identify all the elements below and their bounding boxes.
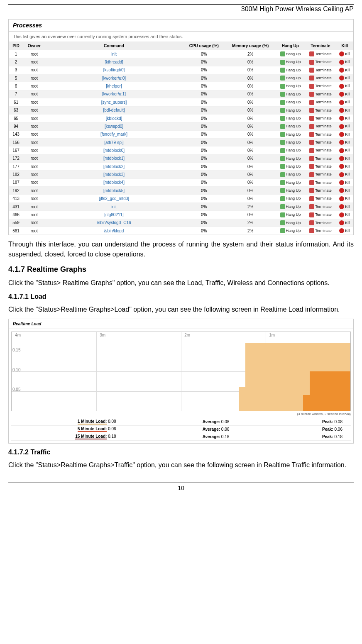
terminate-button[interactable]: Terminate: [305, 58, 336, 66]
kill-icon: [339, 228, 344, 233]
terminate-button[interactable]: Terminate: [305, 219, 336, 227]
hangup-button[interactable]: Hang Up: [276, 122, 305, 130]
table-row: 431rootinit0%2%Hang UpTerminateKill: [9, 202, 353, 210]
hangup-button[interactable]: Hang Up: [276, 82, 305, 90]
hangup-button[interactable]: Hang Up: [276, 74, 305, 82]
hangup-button[interactable]: Hang Up: [276, 171, 305, 178]
terminate-button[interactable]: Terminate: [305, 146, 336, 154]
hangup-button[interactable]: Hang Up: [276, 163, 305, 171]
hangup-icon: [280, 204, 285, 209]
kill-button[interactable]: Kill: [336, 146, 353, 154]
hangup-button[interactable]: Hang Up: [276, 154, 305, 162]
kill-button[interactable]: Kill: [336, 138, 353, 146]
hangup-button[interactable]: Hang Up: [276, 178, 305, 186]
hangup-button[interactable]: Hang Up: [276, 114, 305, 122]
kill-button[interactable]: Kill: [336, 90, 353, 98]
kill-button[interactable]: Kill: [336, 171, 353, 178]
kill-button[interactable]: Kill: [336, 50, 353, 58]
kill-button[interactable]: Kill: [336, 163, 353, 171]
hangup-button[interactable]: Hang Up: [276, 227, 305, 234]
terminate-button[interactable]: Terminate: [305, 154, 336, 162]
stat-5m-peak-key: Peak:: [322, 427, 333, 432]
terminate-button[interactable]: Terminate: [305, 138, 336, 146]
hangup-icon: [280, 100, 285, 105]
terminate-button[interactable]: Terminate: [305, 50, 336, 58]
cell-owner: root: [23, 146, 45, 154]
hangup-button[interactable]: Hang Up: [276, 50, 305, 58]
terminate-button[interactable]: Terminate: [305, 130, 336, 138]
cell-mem: 2%: [225, 219, 276, 227]
terminate-button[interactable]: Terminate: [305, 66, 336, 74]
terminate-button[interactable]: Terminate: [305, 171, 336, 178]
terminate-button[interactable]: Terminate: [305, 106, 336, 114]
terminate-button[interactable]: Terminate: [305, 74, 336, 82]
stat-5m-key: 5 Minute Load:: [78, 427, 107, 431]
kill-button[interactable]: Kill: [336, 82, 353, 90]
hangup-button[interactable]: Hang Up: [276, 138, 305, 146]
kill-button[interactable]: Kill: [336, 178, 353, 186]
cell-pid: 177: [9, 163, 23, 171]
terminate-button[interactable]: Terminate: [305, 195, 336, 202]
hangup-button[interactable]: Hang Up: [276, 98, 305, 106]
kill-button[interactable]: Kill: [336, 66, 353, 74]
hangup-button[interactable]: Hang Up: [276, 58, 305, 66]
kill-button[interactable]: Kill: [336, 98, 353, 106]
kill-icon: [339, 132, 344, 137]
kill-icon: [339, 172, 344, 177]
col-terminate: Terminate: [305, 42, 336, 50]
terminate-button[interactable]: Terminate: [305, 122, 336, 130]
stat-1m-key: 1 Minute Load:: [78, 419, 107, 424]
graph-xlabel: 3m: [100, 333, 105, 337]
hangup-button[interactable]: Hang Up: [276, 219, 305, 227]
cell-owner: root: [23, 82, 45, 90]
hangup-button[interactable]: Hang Up: [276, 211, 305, 219]
terminate-button[interactable]: Terminate: [305, 178, 336, 186]
terminate-icon: [309, 76, 314, 80]
cell-cpu: 0%: [183, 163, 225, 171]
hangup-button[interactable]: Hang Up: [276, 90, 305, 98]
cell-mem: 0%: [225, 138, 276, 146]
kill-button[interactable]: Kill: [336, 227, 353, 234]
cell-pid: 156: [9, 138, 23, 146]
hangup-button[interactable]: Hang Up: [276, 187, 305, 195]
terminate-button[interactable]: Terminate: [305, 163, 336, 171]
hangup-button[interactable]: Hang Up: [276, 195, 305, 202]
kill-button[interactable]: Kill: [336, 154, 353, 162]
kill-button[interactable]: Kill: [336, 130, 353, 138]
kill-button[interactable]: Kill: [336, 122, 353, 130]
kill-button[interactable]: Kill: [336, 58, 353, 66]
kill-button[interactable]: Kill: [336, 114, 353, 122]
terminate-button[interactable]: Terminate: [305, 82, 336, 90]
hangup-icon: [280, 132, 285, 137]
terminate-button[interactable]: Terminate: [305, 187, 336, 195]
cell-cpu: 0%: [183, 138, 225, 146]
hangup-button[interactable]: Hang Up: [276, 130, 305, 138]
kill-button[interactable]: Kill: [336, 187, 353, 195]
kill-button[interactable]: Kill: [336, 219, 353, 227]
paragraph-417: Click the "Status> Realtime Graphs" opti…: [8, 278, 354, 288]
terminate-button[interactable]: Terminate: [305, 98, 336, 106]
terminate-button[interactable]: Terminate: [305, 90, 336, 98]
cell-command: [bdi-default]: [45, 106, 183, 114]
hangup-button[interactable]: Hang Up: [276, 66, 305, 74]
hangup-button[interactable]: Hang Up: [276, 146, 305, 154]
kill-button[interactable]: Kill: [336, 195, 353, 202]
graph-caption: (4 minute window, 3 second interval): [11, 412, 351, 416]
col-mem: Memory usage (%): [225, 42, 276, 50]
hangup-button[interactable]: Hang Up: [276, 106, 305, 114]
kill-button[interactable]: Kill: [336, 202, 353, 210]
terminate-button[interactable]: Terminate: [305, 202, 336, 210]
hangup-button[interactable]: Hang Up: [276, 202, 305, 210]
cell-command: [ath79-spi]: [45, 138, 183, 146]
col-owner: Owner: [23, 42, 45, 50]
kill-button[interactable]: Kill: [336, 74, 353, 82]
cell-owner: root: [23, 187, 45, 195]
hangup-icon: [280, 172, 285, 177]
terminate-button[interactable]: Terminate: [305, 211, 336, 219]
kill-button[interactable]: Kill: [336, 106, 353, 114]
terminate-button[interactable]: Terminate: [305, 114, 336, 122]
cell-owner: root: [23, 58, 45, 66]
kill-button[interactable]: Kill: [336, 211, 353, 219]
terminate-button[interactable]: Terminate: [305, 227, 336, 234]
graph-ylabel: 0.05: [12, 387, 20, 392]
